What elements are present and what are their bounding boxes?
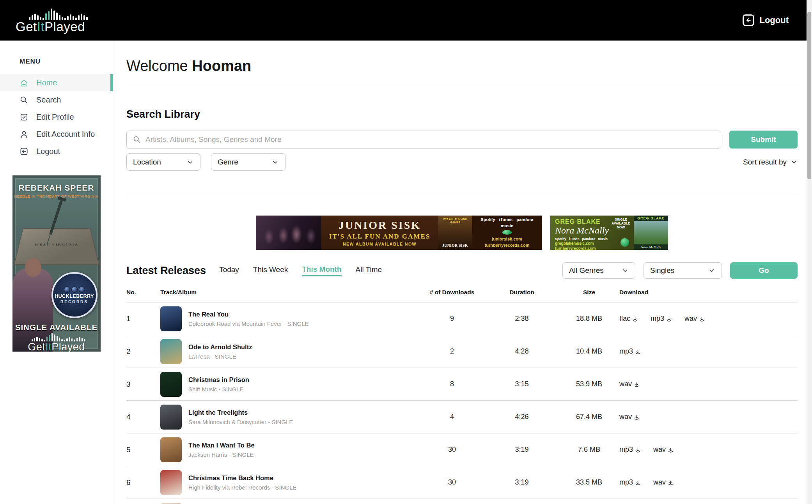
logo-played: Played bbox=[51, 341, 85, 352]
track-cell: Christmas in Prison Shift Music - SINGLE bbox=[160, 372, 419, 397]
release-type-value: Singles bbox=[650, 266, 674, 275]
sidebar-item-edit-profile[interactable]: Edit Profile bbox=[0, 108, 113, 126]
table-row: 2 Ode to Arnold Shultz LaTresa - SINGLE … bbox=[126, 335, 798, 368]
cover-title: Nora McNally bbox=[634, 244, 668, 250]
format-label: mp3 bbox=[651, 315, 664, 323]
download-formats: wav bbox=[619, 380, 798, 388]
tab-this-week[interactable]: This Week bbox=[253, 265, 288, 276]
track-number: 4 bbox=[126, 413, 160, 421]
menu: Home Search Edit Profile Edit Account In… bbox=[0, 74, 113, 160]
banner-subtitle: NEW ALBUM AVAILABLE NOW bbox=[343, 242, 417, 246]
download-wav-button[interactable]: wav bbox=[619, 380, 640, 388]
banner-artist: JUNIOR SISK bbox=[339, 219, 421, 232]
track-duration: 4:28 bbox=[485, 347, 559, 355]
genre-dropdown[interactable]: Genre bbox=[211, 153, 285, 171]
chevron-down-icon bbox=[622, 267, 629, 274]
search-icon bbox=[20, 95, 28, 104]
platform-label: pandora bbox=[582, 237, 596, 241]
ad-map-graphic: WEST VIRGINIA bbox=[13, 228, 99, 265]
sidebar-item-label: Edit Account Info bbox=[36, 130, 95, 139]
col-duration: Duration bbox=[485, 289, 559, 296]
track-title: Light the Treelights bbox=[188, 409, 293, 416]
sidebar-item-edit-account-info[interactable]: Edit Account Info bbox=[0, 126, 113, 143]
download-formats: mp3 wav bbox=[619, 446, 798, 454]
col-track-album: Track/Album bbox=[160, 289, 419, 296]
platform-logos: SpotifyiTunespandoramusic bbox=[476, 217, 538, 228]
scrollbar-thumb[interactable] bbox=[807, 12, 811, 179]
download-count: 30 bbox=[419, 478, 485, 486]
chevron-down-icon bbox=[791, 159, 798, 166]
tab-this-month[interactable]: This Month bbox=[302, 265, 341, 276]
track-title: Christmas in Prison bbox=[188, 376, 249, 384]
download-mp3-button[interactable]: mp3 bbox=[651, 315, 672, 323]
huckleberry-records-badge: HUCKLEBERRY RECORDS bbox=[51, 272, 98, 318]
sort-result-by-dropdown[interactable]: Sort result by bbox=[743, 158, 798, 166]
page-scrollbar[interactable] bbox=[807, 0, 812, 504]
sidebar-ad-rebekah-speer[interactable]: REBEKAH SPEER NEEDLE IN THE HEART OF WES… bbox=[12, 175, 101, 352]
promo-banners: JUNIOR SISK IT'S ALL FUN AND GAMES NEW A… bbox=[126, 216, 798, 250]
genre-dropdown-value: Genre bbox=[218, 158, 238, 166]
banner-junior-sisk[interactable]: JUNIOR SISK IT'S ALL FUN AND GAMES NEW A… bbox=[256, 216, 542, 250]
tab-today[interactable]: Today bbox=[219, 265, 239, 276]
home-icon bbox=[20, 78, 28, 87]
track-duration: 3:19 bbox=[485, 478, 559, 486]
app-logo[interactable]: GetItPlayed bbox=[16, 7, 88, 34]
download-wav-button[interactable]: wav bbox=[619, 413, 640, 421]
library-search-input[interactable] bbox=[126, 131, 721, 149]
track-info: Christmas Time Back Home High Fidelity v… bbox=[188, 474, 297, 491]
format-label: flac bbox=[619, 315, 630, 323]
submit-button[interactable]: Submit bbox=[729, 131, 798, 149]
release-type-dropdown[interactable]: Singles bbox=[644, 262, 722, 279]
album-art-thumbnail bbox=[160, 405, 182, 430]
album-art-thumbnail bbox=[160, 470, 182, 495]
download-formats: mp3 wav bbox=[619, 478, 798, 486]
platform-label: music bbox=[501, 223, 513, 228]
platform-label: pandora bbox=[516, 217, 533, 222]
album-art-thumbnail bbox=[160, 372, 182, 397]
divider bbox=[126, 195, 798, 195]
tab-all-time[interactable]: All Time bbox=[356, 265, 382, 276]
releases-table: No. Track/Album # of Downloads Duration … bbox=[126, 289, 798, 504]
album-art-thumbnail bbox=[160, 339, 182, 364]
col-no: No. bbox=[126, 289, 160, 296]
format-label: wav bbox=[684, 315, 697, 323]
banner-url: turnberryrecords.com bbox=[555, 246, 634, 250]
releases-table-header: No. Track/Album # of Downloads Duration … bbox=[126, 289, 798, 302]
table-row: 1 The Real You Colebrook Road via Mounta… bbox=[126, 302, 798, 335]
sidebar-item-home[interactable]: Home bbox=[0, 74, 113, 91]
download-wav-button[interactable]: wav bbox=[653, 446, 674, 454]
sidebar-item-logout[interactable]: Logout bbox=[0, 143, 113, 160]
track-title: Ode to Arnold Shultz bbox=[188, 343, 252, 351]
download-flac-button[interactable]: flac bbox=[619, 315, 638, 323]
track-size: 18.8 MB bbox=[559, 315, 619, 323]
location-dropdown-value: Location bbox=[133, 158, 161, 166]
track-number: 2 bbox=[126, 347, 160, 356]
location-dropdown[interactable]: Location bbox=[126, 153, 200, 171]
all-genres-dropdown[interactable]: All Genres bbox=[562, 262, 635, 279]
track-size: 10.4 MB bbox=[559, 347, 619, 355]
ad-getitplayed-logo: GetItPlayed bbox=[12, 333, 101, 352]
track-info: Ode to Arnold Shultz LaTresa - SINGLE bbox=[188, 343, 252, 360]
logout-button[interactable]: Logout bbox=[743, 14, 789, 26]
format-label: mp3 bbox=[619, 446, 633, 454]
sidebar-item-search[interactable]: Search bbox=[0, 91, 113, 108]
cover-title: IT'S ALL FUN AND GAMES bbox=[439, 218, 471, 225]
table-row: 7 All Year Long Adam & Amy Rose - SINGLE… bbox=[126, 499, 798, 504]
download-mp3-button[interactable]: mp3 bbox=[619, 347, 641, 355]
table-row: 4 Light the Treelights Sara Milonovich &… bbox=[126, 401, 798, 433]
main-content: Welcome Hooman Search Library Submit Loc… bbox=[113, 41, 812, 504]
download-wav-button[interactable]: wav bbox=[684, 315, 705, 323]
download-mp3-button[interactable]: mp3 bbox=[619, 446, 641, 454]
banner-greg-blake[interactable]: GREG BLAKE Nora McNally SpotifyiTunespan… bbox=[550, 216, 668, 250]
ad-availability: SINGLE AVAILABLE bbox=[12, 323, 101, 332]
track-artist: Jackson Harris - SINGLE bbox=[188, 451, 255, 458]
download-mp3-button[interactable]: mp3 bbox=[619, 478, 641, 486]
go-button[interactable]: Go bbox=[730, 262, 798, 279]
page-title: Welcome Hooman bbox=[126, 58, 798, 74]
badge-line2: RECORDS bbox=[60, 300, 88, 304]
download-icon bbox=[635, 349, 641, 355]
download-wav-button[interactable]: wav bbox=[653, 478, 674, 486]
col-downloads: # of Downloads bbox=[419, 289, 485, 296]
track-duration: 2:38 bbox=[485, 315, 559, 323]
download-formats: mp3 bbox=[619, 347, 798, 355]
